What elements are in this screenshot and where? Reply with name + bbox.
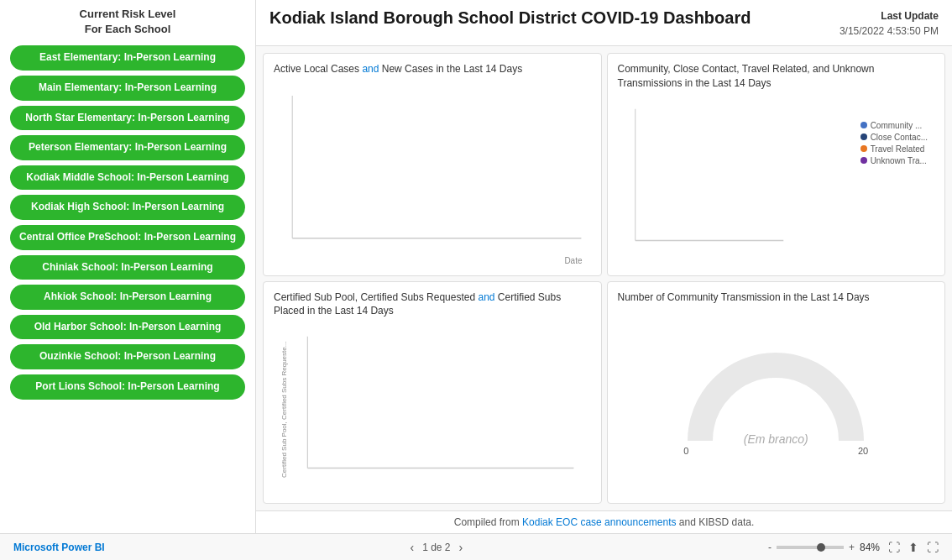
chart-subs: Certified Sub Pool, Certified Subs Reque… [263, 281, 602, 505]
school-button[interactable]: Peterson Elementary: In-Person Learning [10, 135, 245, 160]
chart3-title: Certified Sub Pool, Certified Subs Reque… [274, 290, 591, 319]
chart1-x-label: Date [564, 256, 582, 265]
legend-label: Unknown Tra... [871, 156, 927, 165]
chart3-y-label: Certified Sub Pool, Certified Subs Reque… [280, 323, 288, 478]
last-update-time: 3/15/2022 4:53:50 PM [840, 24, 939, 39]
legend-item: Community ... [860, 121, 923, 130]
share-icon[interactable]: ⬆ [908, 541, 918, 554]
school-button[interactable]: Old Harbor School: In-Person Learning [10, 315, 245, 340]
chart1-area: Date [274, 81, 591, 267]
chart-community: Community, Close Contact, Travel Related… [607, 53, 946, 276]
school-button[interactable]: Central Office PreSchool: In-Person Lear… [10, 225, 245, 250]
dashboard-header: Kodiak Island Borough School District CO… [256, 0, 952, 46]
next-page-button[interactable]: › [456, 541, 467, 554]
legend-label: Community ... [871, 121, 923, 130]
chart3-area: Certified Sub Pool, Certified Subs Reque… [274, 323, 591, 495]
school-button[interactable]: Ahkiok School: In-Person Learning [10, 285, 245, 310]
school-button[interactable]: Ouzinkie School: In-Person Learning [10, 344, 245, 369]
gauge-min: 0 [683, 446, 688, 456]
gauge-scale: 0 20 [683, 446, 868, 456]
school-button[interactable]: East Elementary: In-Person Learning [10, 45, 245, 71]
zoom-minus[interactable]: - [768, 542, 772, 553]
legend-dot [860, 133, 867, 140]
footer-link[interactable]: Kodiak EOC case announcements [522, 516, 676, 528]
footer-suffix: and KIBSD data. [677, 516, 755, 528]
chart4-title: Number of Community Transmission in the … [618, 290, 935, 305]
dashboard: Kodiak Island Borough School District CO… [256, 0, 952, 533]
gauge-label: (Em branco) [744, 432, 808, 446]
footer-prefix: Compiled from [454, 516, 522, 528]
expand-icon[interactable]: ⛶ [927, 541, 939, 554]
sidebar-title: Current Risk LevelFor Each School [10, 7, 245, 37]
fullscreen-icon[interactable]: ⛶ [888, 541, 900, 554]
gauge-container: (Em branco) 0 20 [618, 309, 935, 495]
footer: Compiled from Kodiak EOC case announceme… [256, 510, 952, 533]
school-button[interactable]: Main Elementary: In-Person Learning [10, 76, 245, 101]
powerbi-link[interactable]: Microsoft Power BI [13, 542, 105, 553]
legend-label: Travel Related [871, 144, 925, 154]
school-button[interactable]: North Star Elementary: In-Person Learnin… [10, 106, 245, 131]
legend-dot [860, 157, 867, 164]
zoom-slider[interactable] [777, 546, 844, 549]
chart2-title: Community, Close Contact, Travel Related… [618, 62, 935, 91]
chart-active-cases: Active Local Cases and New Cases in the … [263, 53, 602, 276]
chart1-title: Active Local Cases and New Cases in the … [274, 62, 591, 76]
gauge-max: 20 [858, 446, 868, 456]
school-button[interactable]: Kodiak High School: In-Person Learning [10, 195, 245, 220]
last-update-label: Last Update [840, 8, 939, 24]
legend-item: Unknown Tra... [860, 156, 927, 165]
school-button[interactable]: Kodiak Middle School: In-Person Learning [10, 165, 245, 191]
page-nav: ‹ 1 de 2 › [406, 541, 466, 554]
bottom-bar: Microsoft Power BI ‹ 1 de 2 › - + 84% ⛶ … [0, 533, 952, 560]
page-display: 1 de 2 [422, 542, 450, 553]
legend-item: Travel Related [860, 144, 925, 154]
sidebar: Current Risk LevelFor Each School East E… [0, 0, 256, 533]
chart-gauge: Number of Community Transmission in the … [607, 281, 946, 505]
prev-page-button[interactable]: ‹ [406, 541, 417, 554]
last-update: Last Update 3/15/2022 4:53:50 PM [840, 8, 939, 39]
zoom-controls: - + 84% ⛶ ⬆ ⛶ [768, 541, 939, 554]
zoom-percent: 84% [860, 542, 880, 553]
school-button[interactable]: Chiniak School: In-Person Learning [10, 255, 245, 280]
legend-dot [860, 122, 867, 128]
legend-item: Close Contac... [860, 133, 928, 142]
dashboard-title: Kodiak Island Borough School District CO… [269, 8, 751, 28]
charts-grid: Active Local Cases and New Cases in the … [256, 46, 952, 510]
chart2-legend: Community ...Close Contac...Travel Relat… [860, 121, 928, 165]
zoom-plus[interactable]: + [849, 542, 855, 553]
legend-label: Close Contac... [871, 133, 928, 142]
legend-dot [860, 145, 867, 152]
school-button[interactable]: Port Lions School: In-Person Learning [10, 374, 245, 400]
